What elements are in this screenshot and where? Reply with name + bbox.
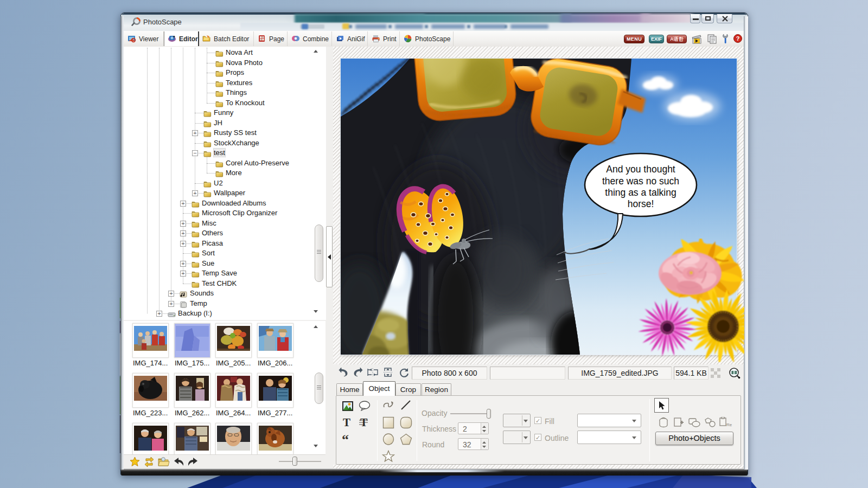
svg-text:And you thought: And you thought	[606, 164, 675, 175]
svg-text:horse!: horse!	[628, 198, 654, 209]
svg-text:?: ?	[736, 35, 740, 42]
svg-text:there was no such: there was no such	[602, 176, 679, 187]
svg-text:Re: Re	[726, 422, 732, 427]
svg-text:T: T	[360, 416, 368, 428]
svg-text:thing as a talking: thing as a talking	[605, 187, 676, 198]
